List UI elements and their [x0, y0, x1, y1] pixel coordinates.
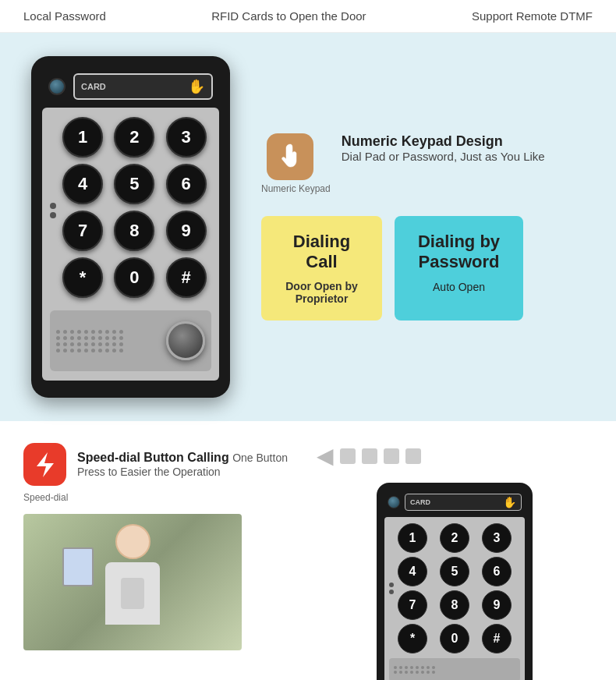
- top-bar-item-2: RFID Cards to Open the Door: [211, 9, 366, 23]
- bottom-right-area: ◀ CARD ✋: [317, 443, 593, 680]
- key-8: 8: [114, 211, 154, 251]
- small-key-3: 3: [482, 523, 512, 553]
- action-cards: Dialing Call Door Open by Proprietor Dia…: [261, 216, 523, 321]
- device-top: CARD ✋: [42, 70, 219, 108]
- small-device-body: 1 2 3 4 5 6 7 8 9 * 0 #: [384, 517, 525, 680]
- key-hash: #: [166, 257, 207, 298]
- small-key-0: 0: [440, 624, 469, 653]
- key-7: 7: [62, 211, 103, 251]
- small-key-hash: #: [482, 624, 512, 653]
- hand-swipe-icon: ✋: [188, 78, 205, 95]
- small-key-star: *: [398, 624, 427, 653]
- small-card-label: CARD: [410, 498, 430, 506]
- top-bar-item-3: Support Remote DTMF: [472, 9, 593, 23]
- small-key-1: 1: [398, 523, 427, 553]
- bottom-left-content: Speed-dial Button Calling One Button Pre…: [23, 443, 293, 680]
- small-key-2: 2: [440, 523, 469, 553]
- key-4: 4: [62, 164, 103, 204]
- small-speaker-area: [389, 658, 520, 680]
- numeric-keypad-icon: [267, 133, 313, 180]
- badge-subtitle: Dial Pad or Password, Just as You Like: [342, 150, 545, 163]
- small-device-top: CARD ✋: [384, 492, 525, 517]
- speed-dial-text: Speed-dial Button Calling One Button Pre…: [77, 451, 293, 479]
- key-2: 2: [114, 117, 154, 158]
- top-bar-item-1: Local Password: [23, 9, 106, 23]
- small-card-area: CARD ✋: [405, 494, 522, 511]
- key-9: 9: [166, 211, 207, 251]
- badge-title: Numeric Keypad Design: [342, 133, 545, 150]
- speed-dial-label: Speed-dial: [23, 492, 293, 503]
- person-photo: [23, 514, 242, 650]
- key-0: 0: [114, 257, 154, 298]
- small-key-7: 7: [398, 590, 427, 620]
- badge-text: Numeric Keypad Design Dial Pad or Passwo…: [342, 133, 545, 163]
- small-key-5: 5: [440, 557, 469, 586]
- key-6: 6: [166, 164, 207, 204]
- carousel-dot-4[interactable]: [405, 448, 421, 464]
- key-1: 1: [62, 117, 103, 158]
- dialing-password-title: Dialing by Password: [413, 232, 504, 273]
- speed-dial-icon: [23, 443, 66, 486]
- call-button[interactable]: [166, 321, 205, 360]
- card-label: CARD: [81, 82, 106, 91]
- dialing-password-card: Dialing by Password Auto Open: [395, 216, 523, 321]
- speed-dial-feature: Speed-dial Button Calling One Button Pre…: [23, 443, 293, 514]
- dialing-call-title: Dialing Call: [280, 232, 363, 272]
- small-device-mockup: CARD ✋ 1 2 3 4 5 6: [377, 483, 533, 680]
- key-star: *: [62, 257, 103, 298]
- key-5: 5: [114, 164, 154, 204]
- carousel-dot-3[interactable]: [384, 448, 399, 464]
- camera-lens: [48, 78, 65, 95]
- carousel-dot-2[interactable]: [362, 448, 377, 464]
- small-key-4: 4: [398, 557, 427, 586]
- small-key-6: 6: [482, 557, 512, 586]
- small-key-9: 9: [482, 590, 512, 620]
- speaker-area: [50, 310, 211, 371]
- carousel-arrow-left[interactable]: ◀: [317, 443, 334, 469]
- person-photo-inner: [23, 514, 242, 650]
- right-content: Numeric Keypad Numeric Keypad Design Dia…: [261, 133, 585, 321]
- carousel-dot-1[interactable]: [340, 448, 356, 464]
- small-key-8: 8: [440, 590, 469, 620]
- small-camera-lens: [388, 496, 400, 508]
- keypad-grid: 1 2 3 4 5 6 7 8 9 * 0 #: [62, 117, 211, 298]
- device-body: 1 2 3 4 5 6 7 8 9 * 0 #: [42, 108, 219, 381]
- bottom-section: Speed-dial Button Calling One Button Pre…: [0, 421, 616, 680]
- dialing-password-subtitle: Auto Open: [413, 281, 504, 293]
- speed-dial-top: Speed-dial Button Calling One Button Pre…: [23, 443, 293, 486]
- numeric-keypad-label: Numeric Keypad: [261, 183, 331, 194]
- top-bar: Local Password RFID Cards to Open the Do…: [0, 0, 616, 33]
- card-area: CARD ✋: [73, 73, 213, 100]
- speed-dial-title: Speed-dial Button Calling: [77, 451, 229, 464]
- speaker-dots: [56, 330, 160, 352]
- key-3: 3: [166, 117, 207, 158]
- dialing-call-card: Dialing Call Door Open by Proprietor: [261, 216, 382, 321]
- small-keypad-grid: 1 2 3 4 5 6 7 8 9 * 0 #: [398, 523, 520, 653]
- small-hand-icon: ✋: [503, 496, 516, 508]
- middle-section: CARD ✋ 1 2 3 4 5 6 7 8 9: [0, 33, 616, 421]
- device-mockup: CARD ✋ 1 2 3 4 5 6 7 8 9: [31, 56, 230, 398]
- dialing-call-subtitle: Door Open by Proprietor: [280, 280, 363, 305]
